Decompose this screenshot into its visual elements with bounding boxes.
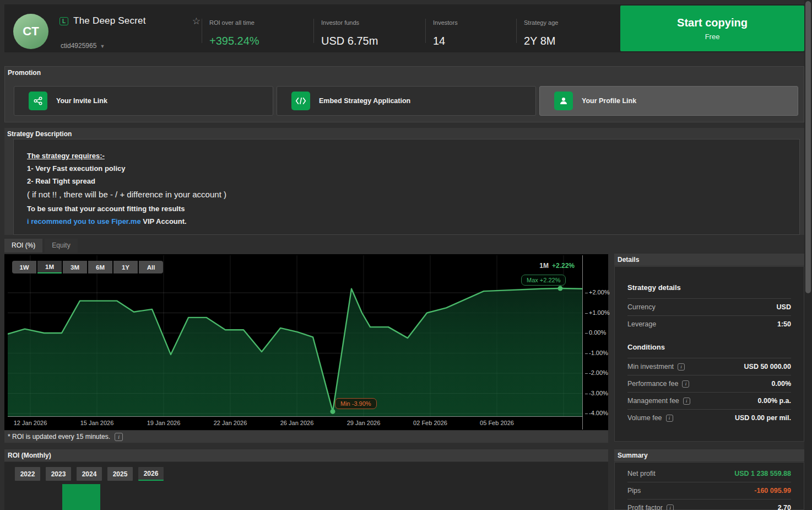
row-label: Currency (627, 303, 656, 311)
row-value: USD 0.00 per mil. (735, 414, 791, 422)
profile-link-card[interactable]: Your Profile Link (539, 86, 798, 116)
info-icon[interactable]: i (678, 363, 685, 371)
detail-row-volume-fee: Volume feei USD 0.00 per mil. (627, 409, 791, 426)
chart-tabs: ROI (%) Equity (4, 239, 78, 253)
strategy-details-heading: Strategy details (627, 283, 791, 292)
stat-divider (425, 19, 426, 43)
tab-equity[interactable]: Equity (45, 239, 77, 253)
strategy-description-section: Strategy Description The strategy requir… (4, 128, 804, 235)
y-axis-line (582, 255, 583, 430)
stat-value: 2Y 8M (524, 35, 555, 47)
detail-row-min-investment: Min investmenti USD 50 000.00 (627, 358, 791, 375)
detail-row-leverage: Leverage 1:50 (627, 315, 791, 332)
chevron-down-icon: ▼ (100, 44, 105, 49)
stat-divider (516, 19, 517, 43)
fiper-link[interactable]: i recommend you to use Fiper.me (27, 217, 141, 226)
start-copying-label: Start copying (620, 17, 804, 29)
year-2023-button[interactable]: 2023 (46, 467, 71, 481)
stat-value: 14 (433, 35, 445, 47)
year-2024-button[interactable]: 2024 (77, 467, 102, 481)
range-1y-button[interactable]: 1Y (113, 261, 138, 273)
page-title: The Deep Secret (73, 15, 146, 26)
person-icon (554, 92, 573, 110)
stat-label: Investor funds (321, 19, 359, 26)
range-1w-button[interactable]: 1W (12, 261, 36, 273)
row-label: Performance fee (627, 380, 678, 388)
period-range: 1M (539, 262, 549, 270)
info-icon[interactable]: i (682, 380, 689, 388)
share-icon (29, 92, 47, 110)
live-badge: L (59, 17, 68, 25)
row-label: Net profit (627, 470, 656, 477)
roi-monthly-header: ROI (Monthly) (4, 449, 608, 461)
tab-roi-percent[interactable]: ROI (%) (4, 239, 42, 253)
roi-area-chart (8, 255, 582, 416)
info-icon[interactable]: i (683, 398, 690, 405)
row-label: Min investment (627, 363, 674, 371)
scrollbar-thumb[interactable] (805, 1, 811, 293)
range-all-button[interactable]: All (139, 261, 163, 273)
start-copying-sublabel: Free (620, 33, 804, 41)
range-1m-button[interactable]: 1M (37, 261, 62, 273)
row-value: USD 1 238 559.88 (734, 470, 791, 477)
info-icon[interactable]: i (667, 504, 674, 510)
row-label: Profit factor (627, 504, 663, 510)
embed-strategy-card[interactable]: Embed Strategy Application (277, 86, 536, 116)
roi-update-footnote: * ROI is updated every 15 minutes. i (4, 431, 608, 443)
row-value: 1:50 (777, 320, 791, 328)
row-label: Leverage (627, 320, 656, 328)
stat-divider (202, 19, 202, 43)
account-selector[interactable]: ctid4925965▼ (61, 42, 105, 50)
row-value: USD (777, 303, 791, 311)
range-6m-button[interactable]: 6M (88, 261, 112, 273)
vertical-scrollbar[interactable] (804, 0, 812, 510)
code-icon (291, 92, 310, 110)
summary-row-pips: Pips -160 095.99 (627, 482, 791, 499)
row-value: USD 50 000.00 (744, 363, 791, 371)
x-axis-labels: 12 Jan 202615 Jan 202619 Jan 202622 Jan … (8, 416, 582, 430)
invite-link-card[interactable]: Your Invite Link (14, 86, 273, 116)
row-value: 0.00% (772, 380, 791, 388)
strategy-header: CT L The Deep Secret ☆ ctid4925965▼ ROI … (4, 4, 804, 52)
year-selector: 2022 2023 2024 2025 2026 (15, 467, 164, 481)
promotion-section: Promotion Your Invite Link Embed Strateg… (4, 66, 804, 122)
row-value: 0.00% p.a. (758, 397, 791, 405)
info-icon[interactable]: i (115, 433, 123, 441)
summary-row-profit-factor: Profit factori 2.70 (627, 499, 791, 510)
summary-panel: Net profit USD 1 238 559.88 Pips -160 09… (614, 462, 804, 510)
row-value: -160 095.99 (754, 487, 791, 495)
description-line: 1- Very Fast execution policy (27, 164, 799, 173)
summary-header: Summary (614, 449, 804, 461)
year-2025-button[interactable]: 2025 (107, 467, 133, 481)
stat-divider (313, 19, 314, 43)
year-2022-button[interactable]: 2022 (15, 467, 40, 481)
roi-monthly-panel: 2022 2023 2024 2025 2026 (4, 462, 608, 510)
detail-row-management-fee: Management feei 0.00% p.a. (627, 392, 791, 409)
y-axis-labels: +2.00%+1.00%0.00%-1.00%-2.00%-3.00%-4.00… (586, 255, 608, 416)
monthly-roi-bar (62, 484, 100, 510)
section-title: Promotion (8, 69, 41, 77)
max-roi-badge: Max +2.22% (521, 275, 566, 286)
start-copying-button[interactable]: Start copying Free (620, 6, 804, 51)
favorite-star-icon[interactable]: ☆ (192, 17, 201, 26)
summary-row-net-profit: Net profit USD 1 238 559.88 (627, 465, 791, 482)
roi-chart-panel: +2.00%+1.00%0.00%-1.00%-2.00%-3.00%-4.00… (4, 254, 608, 430)
row-label: Volume fee (627, 414, 662, 422)
range-selector: 1W 1M 3M 6M 1Y All (12, 261, 163, 273)
row-label: Pips (627, 487, 641, 495)
detail-row-performance-fee: Performance feei 0.00% (627, 375, 791, 392)
stat-value: +395.24% (209, 35, 259, 47)
avatar: CT (13, 14, 48, 49)
description-line: ( if not !! , there will be - / + differ… (27, 190, 799, 199)
card-label: Embed Strategy Application (319, 97, 410, 105)
info-icon[interactable]: i (666, 415, 673, 422)
range-3m-button[interactable]: 3M (63, 261, 87, 273)
year-2026-button[interactable]: 2026 (138, 467, 164, 481)
period-roi-readout: 1M+2.22% (519, 262, 575, 270)
details-panel: Strategy details Currency USD Leverage 1… (614, 266, 804, 442)
description-line: To be sure that your account fitting the… (27, 205, 799, 213)
row-label: Management fee (627, 397, 679, 405)
strategy-description-text: The strategy requires:- 1- Very Fast exe… (13, 139, 800, 235)
link-suffix: VIP Account. (141, 217, 187, 226)
conditions-heading: Conditions (627, 343, 791, 351)
